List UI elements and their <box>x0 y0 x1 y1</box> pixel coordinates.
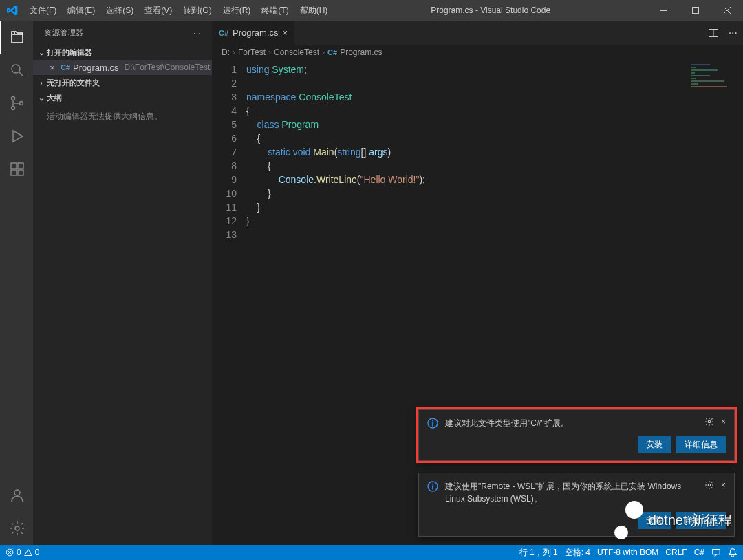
maximize-button[interactable] <box>680 0 711 21</box>
svg-rect-8 <box>11 170 17 175</box>
svg-point-16 <box>708 420 711 423</box>
activity-source-control[interactable] <box>0 87 33 120</box>
open-editor-path: D:\ForTest\ConsoleTest <box>125 63 211 72</box>
status-errors[interactable]: 0 0 <box>6 548 39 557</box>
activity-account[interactable] <box>0 479 33 512</box>
menu-go[interactable]: 转到(G) <box>177 0 217 21</box>
breadcrumb-segment[interactable]: ConsoleTest <box>274 47 319 57</box>
chevron-down-icon: ⌄ <box>36 94 47 103</box>
status-spaces[interactable]: 空格: 4 <box>565 547 590 559</box>
editor-tabs: C# Program.cs × ··· <box>212 21 743 45</box>
breadcrumb-segment[interactable]: D: <box>222 47 230 57</box>
breadcrumbs[interactable]: D:› ForTest› ConsoleTest› C# Program.cs <box>212 45 743 60</box>
install-button[interactable]: 安装 <box>638 436 671 453</box>
notification-csharp-extension: 建议对此文件类型使用"C#"扩展。 × 安装 详细信息 <box>418 409 735 461</box>
activity-bar <box>0 21 33 545</box>
details-button[interactable]: 详细信息 <box>676 436 726 453</box>
notification-wsl-extension: 建议使用"Remote - WSL"扩展，因为你的系统上已安装 Windows … <box>418 473 735 537</box>
menu-help[interactable]: 帮助(H) <box>294 0 334 21</box>
status-bell-icon[interactable] <box>728 548 737 557</box>
sidebar-title-label: 资源管理器 <box>44 28 84 38</box>
details-button[interactable]: 详细信息 <box>676 512 726 529</box>
editor-actions: ··· <box>702 21 743 45</box>
minimap[interactable] <box>691 63 739 104</box>
svg-point-20 <box>708 484 711 486</box>
csharp-file-icon: C# <box>327 48 337 56</box>
split-editor-icon[interactable] <box>708 28 719 39</box>
activity-run-debug[interactable] <box>0 120 33 153</box>
notification-close-icon[interactable]: × <box>721 480 726 490</box>
close-editor-icon[interactable]: × <box>47 63 58 73</box>
svg-point-4 <box>12 107 15 110</box>
menu-terminal[interactable]: 终端(T) <box>256 0 294 21</box>
section-outline[interactable]: ⌄ 大纲 <box>33 90 212 105</box>
svg-rect-7 <box>18 163 23 169</box>
close-window-button[interactable] <box>711 0 743 21</box>
status-language[interactable]: C# <box>694 548 704 557</box>
svg-rect-19 <box>432 486 433 490</box>
section-open-editors[interactable]: ⌄ 打开的编辑器 <box>33 45 212 60</box>
activity-search[interactable] <box>0 54 33 87</box>
svg-point-11 <box>15 526 19 530</box>
warnings-count: 0 <box>35 548 40 557</box>
open-editor-item[interactable]: × C# Program.cs D:\ForTest\ConsoleTest <box>33 60 212 75</box>
section-outline-label: 大纲 <box>47 93 62 103</box>
svg-rect-9 <box>18 170 23 175</box>
breadcrumb-segment[interactable]: Program.cs <box>340 47 382 57</box>
titlebar: 文件(F) 编辑(E) 选择(S) 查看(V) 转到(G) 运行(R) 终端(T… <box>0 0 743 21</box>
tab-program-cs[interactable]: C# Program.cs × <box>212 21 295 45</box>
status-eol[interactable]: CRLF <box>665 548 687 557</box>
tab-label: Program.cs <box>233 28 278 38</box>
notification-gear-icon[interactable] <box>704 417 714 427</box>
section-no-folder-label: 无打开的文件夹 <box>47 78 100 88</box>
errors-count: 0 <box>17 548 21 557</box>
info-icon <box>427 481 438 505</box>
tab-close-icon[interactable]: × <box>283 28 288 38</box>
open-editor-filename: Program.cs <box>73 63 118 73</box>
notification-message: 建议对此文件类型使用"C#"扩展。 <box>445 417 698 429</box>
menu-selection[interactable]: 选择(S) <box>100 0 139 21</box>
svg-rect-6 <box>11 163 17 169</box>
status-encoding[interactable]: UTF-8 with BOM <box>597 548 658 557</box>
notification-message: 建议使用"Remote - WSL"扩展，因为你的系统上已安装 Windows … <box>445 480 698 505</box>
activity-settings[interactable] <box>0 512 33 545</box>
chevron-down-icon: ⌄ <box>36 48 47 57</box>
menu-bar: 文件(F) 编辑(E) 选择(S) 查看(V) 转到(G) 运行(R) 终端(T… <box>24 0 333 21</box>
svg-point-3 <box>12 97 15 100</box>
notification-close-icon[interactable]: × <box>721 417 726 427</box>
editor-more-icon[interactable]: ··· <box>729 27 737 39</box>
install-button[interactable]: 安装 <box>638 512 671 529</box>
menu-edit[interactable]: 编辑(E) <box>62 0 100 21</box>
menu-view[interactable]: 查看(V) <box>139 0 177 21</box>
menu-file[interactable]: 文件(F) <box>24 0 62 21</box>
svg-point-5 <box>20 102 23 105</box>
minimize-button[interactable] <box>648 0 680 21</box>
activity-explorer[interactable] <box>0 21 33 54</box>
csharp-file-icon: C# <box>61 63 70 72</box>
activity-extensions[interactable] <box>0 153 33 186</box>
section-open-editors-label: 打开的编辑器 <box>47 47 92 58</box>
window-controls <box>648 0 743 21</box>
sidebar-more-icon[interactable]: ··· <box>193 29 201 37</box>
csharp-file-icon: C# <box>219 29 228 37</box>
status-feedback-icon[interactable] <box>711 548 721 557</box>
notification-gear-icon[interactable] <box>704 480 714 490</box>
svg-point-10 <box>14 490 20 495</box>
outline-empty-message: 活动编辑器无法提供大纲信息。 <box>33 105 212 128</box>
svg-point-18 <box>432 484 433 485</box>
chevron-right-icon: › <box>36 78 47 87</box>
editor-area: C# Program.cs × ··· D:› ForTest› Console… <box>212 21 743 545</box>
status-line-col[interactable]: 行 1，列 1 <box>519 547 558 559</box>
svg-point-2 <box>12 65 20 73</box>
menu-run[interactable]: 运行(R) <box>217 0 257 21</box>
section-no-folder[interactable]: › 无打开的文件夹 <box>33 75 212 90</box>
info-icon <box>427 418 438 429</box>
window-title: Program.cs - Visual Studio Code <box>333 6 648 15</box>
svg-rect-0 <box>660 10 667 11</box>
sidebar-explorer: 资源管理器 ··· ⌄ 打开的编辑器 × C# Program.cs D:\Fo… <box>33 21 212 545</box>
status-bar: 0 0 行 1，列 1 空格: 4 UTF-8 with BOM CRLF C# <box>0 545 743 560</box>
svg-rect-15 <box>432 422 433 427</box>
line-numbers: 12345678910111213 <box>212 60 246 545</box>
breadcrumb-segment[interactable]: ForTest <box>238 47 266 57</box>
svg-point-14 <box>432 420 433 422</box>
